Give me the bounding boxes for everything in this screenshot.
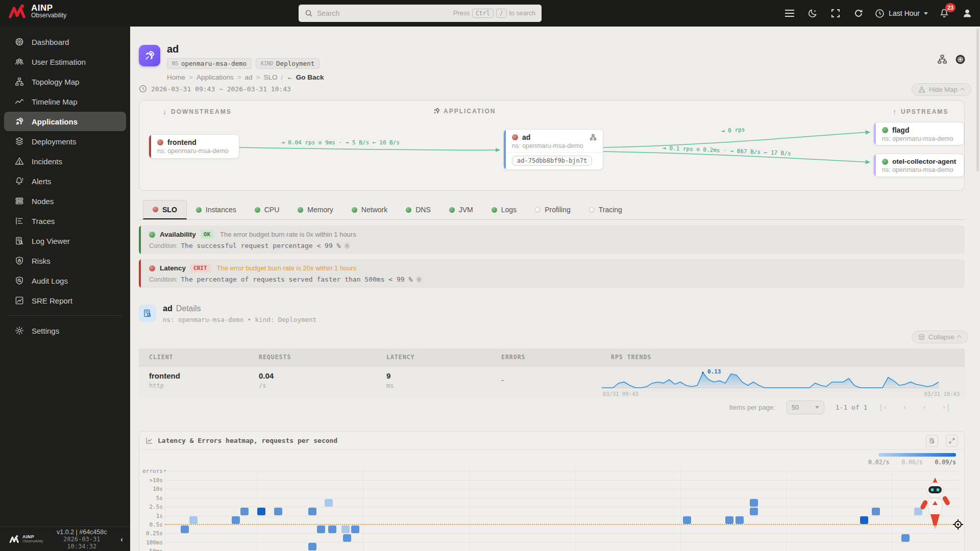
gridline — [363, 467, 364, 551]
notifications-bell-icon[interactable]: 23 — [938, 7, 951, 20]
breadcrumb-ad[interactable]: ad — [245, 73, 253, 81]
sidebar-item-settings[interactable]: Settings — [4, 321, 126, 340]
refresh-icon[interactable] — [852, 7, 865, 20]
heatmap-cell[interactable] — [343, 534, 351, 542]
scrollbar[interactable] — [976, 29, 979, 171]
build-timestamp: 2026-03-31 10:34:32 — [48, 536, 115, 550]
node-topology-icon[interactable] — [590, 134, 597, 141]
sidebar-item-timeline-map[interactable]: Timeline Map — [4, 92, 126, 111]
heatmap-cell[interactable] — [683, 516, 691, 524]
heatmap-y-label: 0.5s — [142, 521, 163, 528]
heatmap-cell[interactable] — [257, 508, 265, 515]
tab-instances[interactable]: Instances — [187, 200, 246, 219]
gear-icon[interactable] — [344, 242, 351, 249]
gridline — [165, 542, 959, 543]
user-avatar-icon[interactable] — [961, 7, 974, 20]
status-dot-green — [352, 207, 357, 213]
dark-mode-icon[interactable] — [806, 7, 819, 20]
heatmap-cell[interactable] — [308, 543, 316, 550]
tab-dns[interactable]: DNS — [397, 200, 440, 219]
gridline — [786, 467, 787, 551]
prev-page-button[interactable]: ‹ — [902, 403, 906, 411]
status-dot-red — [157, 139, 163, 145]
heatmap-cell[interactable] — [901, 534, 910, 542]
sidebar-item-audit-logs[interactable]: Audit Logs — [4, 271, 126, 290]
heatmap-cell[interactable] — [341, 525, 350, 533]
brand-logo[interactable]: AINP Observability — [8, 4, 66, 19]
heatmap-cell[interactable] — [860, 516, 868, 524]
status-dot-gray — [589, 207, 595, 213]
topology-link-icon[interactable] — [937, 54, 947, 64]
sidebar-collapse-icon[interactable]: ‹ — [120, 535, 123, 543]
node-frontend[interactable]: frontend ns: openmaru-msa-demo — [149, 134, 239, 159]
per-page-select[interactable]: 50 — [787, 400, 824, 414]
sidebar-item-log-viewer[interactable]: Log Viewer — [4, 231, 126, 251]
heatmap-cell[interactable] — [317, 525, 325, 533]
heatmap-cell[interactable] — [308, 508, 316, 515]
robot-mascot — [920, 477, 950, 530]
sidebar-item-alerts[interactable]: Alerts — [4, 171, 126, 191]
heatmap-cell[interactable] — [240, 508, 249, 515]
sidebar-item-user-estimation[interactable]: User Estimation — [4, 52, 126, 71]
sidebar-item-sre-report[interactable]: SRE Report — [4, 291, 126, 310]
heatmap-cell[interactable] — [274, 508, 282, 515]
global-search[interactable]: Press Ctrl / to search — [299, 5, 542, 22]
menu-icon[interactable] — [783, 7, 796, 20]
tab-logs[interactable]: Logs — [482, 200, 526, 219]
tab-network[interactable]: Network — [342, 200, 397, 219]
sidebar-item-incidents[interactable]: Incidents — [4, 152, 126, 171]
heatmap-cell[interactable] — [328, 525, 336, 533]
hide-map-button[interactable]: Hide Map — [912, 83, 971, 96]
last-page-button[interactable]: ›| — [942, 403, 950, 411]
time-range-picker[interactable]: Last Hour — [875, 9, 928, 18]
namespace-badge: NSopenmaru-msa-demo — [167, 58, 252, 69]
sidebar-item-traces[interactable]: Traces — [4, 211, 126, 231]
pod-chip[interactable]: ad-75dbb8bf9b-bjn7t — [512, 156, 592, 166]
sidebar-item-topology-map[interactable]: Topology Map — [4, 72, 126, 91]
tab-cpu[interactable]: CPU — [246, 200, 289, 219]
tab-jvm[interactable]: JVM — [440, 200, 482, 219]
node-ad[interactable]: ad ns: openmaru-msa-demo ad-75dbb8bf9b-b… — [503, 129, 603, 170]
heatmap-cell[interactable] — [750, 499, 758, 507]
tab-slo[interactable]: SLO — [143, 200, 187, 219]
brand-subtitle: Observability — [31, 12, 66, 19]
heatmap-cell[interactable] — [351, 525, 359, 533]
first-page-button[interactable]: |‹ — [878, 403, 887, 411]
sidebar-item-nodes[interactable]: Nodes — [4, 191, 126, 211]
details-title: adDetails — [163, 304, 201, 313]
node-otel-collector-agent[interactable]: otel-collector-agent ns: openmaru-msa-de… — [873, 154, 964, 177]
search-input[interactable] — [317, 9, 449, 17]
tab-tracing[interactable]: Tracing — [580, 200, 631, 219]
heatmap-cell[interactable] — [750, 508, 758, 515]
shield-search-icon — [15, 276, 24, 285]
heatmap-cell[interactable] — [725, 516, 733, 524]
heatmap-cell[interactable] — [181, 525, 189, 533]
heatmap-cell[interactable] — [872, 508, 880, 515]
go-back-link[interactable]: ← Go Back — [286, 73, 324, 81]
breadcrumb-applications[interactable]: Applications — [197, 73, 234, 81]
heatmap-cell[interactable] — [736, 516, 744, 524]
crosshair-icon[interactable] — [952, 518, 964, 531]
node-flagd[interactable]: flagd ns: openmaru-msa-demo — [873, 122, 964, 145]
tab-profiling[interactable]: Profiling — [526, 200, 580, 219]
heatmap-cell[interactable] — [232, 516, 240, 524]
heatmap-plot[interactable]: errors>10s10s5s2.5s1s0.5s0.25s100ms50ms — [139, 432, 964, 551]
heatmap-cell[interactable] — [189, 516, 198, 524]
sidebar-item-applications[interactable]: Applications — [4, 112, 126, 131]
collapse-button[interactable]: Collapse — [912, 331, 968, 343]
breadcrumb-home[interactable]: Home — [167, 73, 185, 81]
tab-memory[interactable]: Memory — [288, 200, 342, 219]
gear-icon[interactable] — [415, 276, 423, 283]
sidebar-item-risks[interactable]: Risks — [4, 251, 126, 270]
page-range: 1-1 of 1 — [836, 404, 868, 411]
sidebar-item-dashboard[interactable]: Dashboard — [4, 32, 126, 52]
status-dot-green — [449, 207, 455, 213]
gridline — [165, 507, 959, 507]
application-icon-tile — [139, 45, 160, 66]
sidebar-item-deployments[interactable]: Deployments — [4, 132, 126, 151]
next-page-button[interactable]: › — [922, 403, 926, 411]
heatmap-cell[interactable] — [325, 499, 333, 507]
fullscreen-icon[interactable] — [829, 7, 842, 20]
chevron-up-icon — [957, 335, 962, 340]
kubernetes-icon[interactable] — [955, 55, 965, 64]
